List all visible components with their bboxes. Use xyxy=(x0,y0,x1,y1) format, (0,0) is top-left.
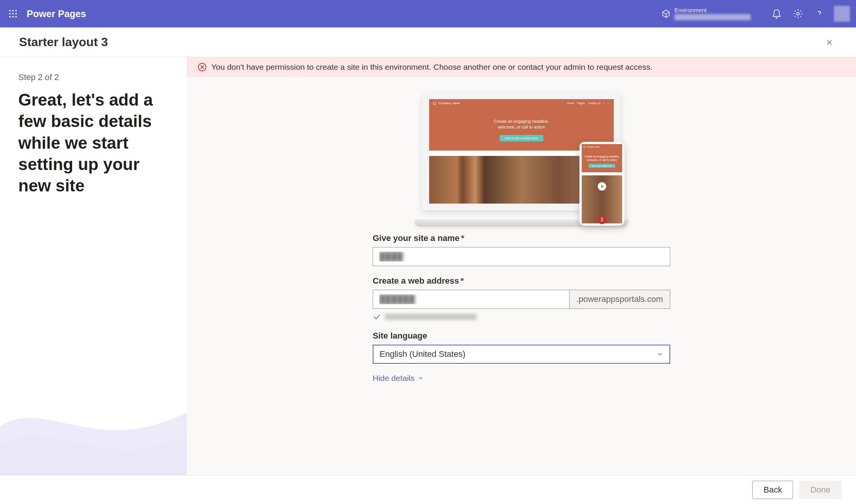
help-icon[interactable] xyxy=(809,3,830,24)
environment-label: Environment xyxy=(674,7,751,14)
global-header: Power Pages Environment xyxy=(0,0,856,27)
close-button[interactable] xyxy=(822,35,837,50)
site-language-select[interactable]: English (United States) xyxy=(373,345,670,364)
wizard-footer: Back Done xyxy=(0,475,856,504)
content-area: You don't have permission to create a si… xyxy=(187,57,856,475)
address-validation xyxy=(373,313,670,321)
step-headline: Great, let's add a few basic details whi… xyxy=(18,89,164,197)
left-panel: Step 2 of 2 Great, let's add a few basic… xyxy=(0,57,187,475)
svg-point-4 xyxy=(12,13,14,14)
checkmark-icon xyxy=(373,313,381,321)
step-indicator: Step 2 of 2 xyxy=(18,72,164,82)
main-content: Step 2 of 2 Great, let's add a few basic… xyxy=(0,57,856,475)
site-language-label: Site language xyxy=(373,331,670,341)
chevron-down-icon xyxy=(656,351,663,358)
phone-mockup: Company name Create an engaging headline… xyxy=(579,142,624,226)
svg-point-2 xyxy=(15,10,17,11)
page-title: Starter layout 3 xyxy=(19,35,108,49)
done-button[interactable]: Done xyxy=(799,481,842,499)
back-button[interactable]: Back xyxy=(752,481,793,499)
svg-point-0 xyxy=(9,10,11,11)
hide-details-toggle[interactable]: Hide details xyxy=(373,374,424,383)
site-setup-form: Give your site a name* Create a web addr… xyxy=(373,233,670,383)
svg-point-1 xyxy=(12,10,14,11)
site-name-label: Give your site a name* xyxy=(373,233,670,243)
domain-suffix: .powerappsportals.com xyxy=(569,290,670,309)
environment-picker[interactable]: Environment xyxy=(674,6,751,22)
svg-point-9 xyxy=(797,13,800,15)
svg-point-3 xyxy=(9,13,11,14)
svg-point-7 xyxy=(12,16,14,18)
svg-point-5 xyxy=(15,13,17,14)
svg-point-6 xyxy=(9,16,11,18)
error-message: You don't have permission to create a si… xyxy=(211,63,653,72)
environment-icon[interactable] xyxy=(659,9,673,19)
error-icon xyxy=(198,63,207,72)
web-address-label: Create a web address* xyxy=(373,276,670,286)
language-selected-value: English (United States) xyxy=(380,349,465,359)
mock-cta: Add a call to action here xyxy=(500,135,543,141)
user-avatar[interactable] xyxy=(834,6,850,22)
play-icon xyxy=(598,182,606,191)
page-header: Starter layout 3 xyxy=(0,27,856,57)
mock-company-name: Company name xyxy=(438,101,460,105)
decorative-wave xyxy=(0,364,187,475)
settings-icon[interactable] xyxy=(787,3,809,24)
notifications-icon[interactable] xyxy=(766,3,787,24)
chevron-up-icon xyxy=(418,375,424,381)
app-launcher-icon[interactable] xyxy=(6,7,20,21)
notification-badge: 1 xyxy=(597,215,607,224)
svg-point-8 xyxy=(15,16,17,18)
site-preview-mockup: Company name Home Pages Contact us |⋯ Cr… xyxy=(407,92,636,222)
environment-value xyxy=(674,14,751,20)
web-address-input[interactable] xyxy=(373,290,569,309)
validation-text xyxy=(385,314,476,320)
site-name-input[interactable] xyxy=(373,247,670,266)
permission-error-banner: You don't have permission to create a si… xyxy=(187,57,856,77)
product-name[interactable]: Power Pages xyxy=(27,8,86,19)
